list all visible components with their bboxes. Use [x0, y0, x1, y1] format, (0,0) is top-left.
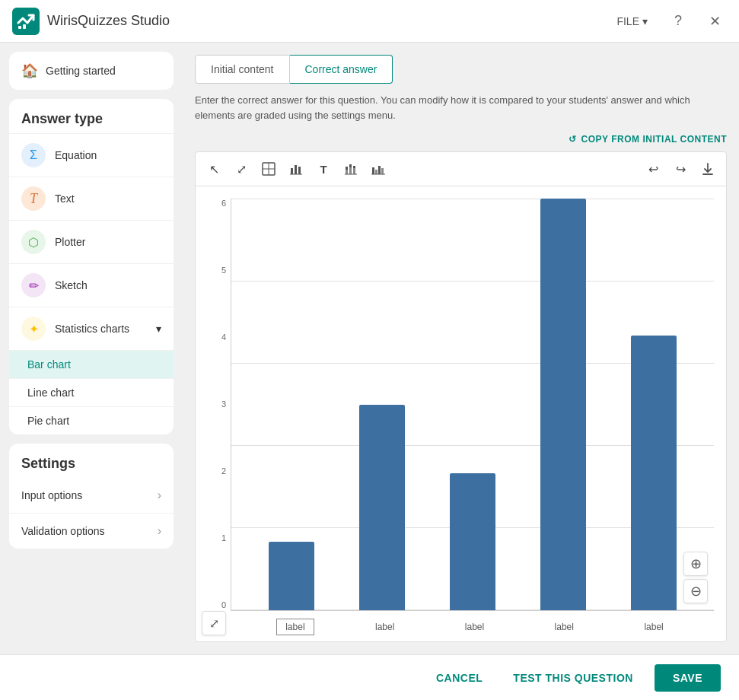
x-label-4: label	[534, 619, 594, 635]
zoom-in-button[interactable]: ⊕	[683, 552, 708, 576]
svg-rect-2	[23, 24, 26, 29]
chevron-right-icon: ›	[158, 524, 161, 538]
y-label-5: 5	[221, 266, 226, 275]
settings-section: Settings Input options › Validation opti…	[9, 444, 174, 549]
help-button[interactable]: ?	[666, 9, 690, 33]
sidebar-item-statistics[interactable]: ✦ Statistics charts ▾	[9, 307, 174, 350]
y-label-3: 3	[221, 399, 226, 409]
zoom-controls: ⊕ ⊖	[683, 552, 708, 603]
getting-started-button[interactable]: 🏠 Getting started	[9, 52, 174, 90]
statistics-label: Statistics charts	[55, 323, 129, 335]
stacked-bar-icon	[344, 162, 358, 176]
chevron-right-icon: ›	[158, 488, 161, 502]
sidebar-item-equation[interactable]: Σ Equation	[9, 133, 174, 177]
editor-container: ↖ ⤢ T	[195, 151, 727, 642]
select-tool-button[interactable]: ↖	[202, 157, 226, 181]
close-button[interactable]: ✕	[702, 9, 727, 33]
editor-toolbar: ↖ ⤢ T	[196, 152, 726, 186]
plotter-icon: ⬡	[21, 230, 46, 254]
tab-initial-content[interactable]: Initial content	[195, 55, 290, 84]
text-icon: T	[21, 186, 46, 211]
app-header: WirisQuizzes Studio FILE ▾ ? ✕	[0, 0, 739, 43]
test-question-button[interactable]: TEST THIS QUESTION	[504, 666, 642, 690]
fullscreen-icon: ⤢	[209, 616, 219, 631]
sketch-icon: ✏	[21, 273, 46, 298]
y-label-1: 1	[221, 533, 226, 542]
grouped-bar-button[interactable]	[366, 157, 390, 181]
svg-rect-11	[346, 167, 348, 170]
file-menu-button[interactable]: FILE ▾	[610, 12, 654, 30]
download-button[interactable]	[696, 157, 720, 181]
svg-rect-20	[381, 168, 384, 174]
app-logo-icon	[12, 8, 40, 35]
chart-inner: 6 5 4 3 2 1 0	[208, 199, 714, 611]
stacked-bar-button[interactable]	[339, 157, 363, 181]
y-label-2: 2	[221, 466, 226, 476]
text-tool-button[interactable]: T	[311, 157, 336, 181]
svg-rect-6	[291, 168, 293, 174]
svg-rect-14	[353, 168, 355, 174]
equation-label: Equation	[55, 149, 97, 161]
copy-icon: ↺	[569, 134, 577, 145]
bottom-bar: CANCEL TEST THIS QUESTION SAVE	[0, 654, 739, 700]
x-label-5: label	[623, 619, 684, 635]
plotter-label: Plotter	[55, 236, 85, 248]
chevron-down-icon: ▾	[156, 323, 161, 335]
chart-area: 6 5 4 3 2 1 0	[208, 199, 714, 641]
y-label-0: 0	[221, 600, 226, 609]
tab-correct-answer[interactable]: Correct answer	[290, 55, 393, 84]
zoom-out-icon: ⊖	[690, 583, 702, 600]
sidebar-item-pie-chart[interactable]: Pie chart	[9, 406, 174, 434]
svg-rect-10	[346, 170, 348, 174]
y-label-4: 4	[221, 332, 226, 342]
sketch-label: Sketch	[55, 279, 88, 291]
statistics-item-left: ✦ Statistics charts	[21, 317, 129, 341]
text-label: Text	[55, 192, 75, 205]
bar-chart-icon	[289, 162, 303, 176]
bar-1	[269, 542, 314, 610]
sidebar-item-sketch[interactable]: ✏ Sketch	[9, 263, 174, 307]
x-label-text-2: label	[375, 622, 394, 632]
bars-container	[231, 199, 714, 610]
svg-rect-13	[349, 164, 352, 167]
zoom-out-button[interactable]: ⊖	[683, 579, 708, 603]
undo-button[interactable]: ↩	[641, 157, 665, 181]
validation-options-label: Validation options	[21, 525, 104, 537]
app-title: WirisQuizzes Studio	[47, 13, 170, 29]
svg-rect-12	[349, 167, 352, 174]
copy-from-initial-button[interactable]: ↺ COPY FROM INITIAL CONTENT	[569, 134, 727, 145]
svg-rect-19	[378, 166, 381, 174]
answer-type-section: Answer type Σ Equation T Text ⬡ Plotter …	[9, 99, 174, 434]
text-icon: T	[320, 163, 326, 176]
bar-4	[540, 199, 586, 610]
sidebar-item-line-chart[interactable]: Line chart	[9, 378, 174, 406]
getting-started-section: 🏠 Getting started	[9, 52, 174, 90]
zoom-in-icon: ⊕	[690, 555, 702, 572]
home-icon: 🏠	[21, 62, 38, 79]
sidebar-item-plotter[interactable]: ⬡ Plotter	[9, 220, 174, 263]
toolbar-right: ↩ ↪	[641, 157, 720, 181]
redo-button[interactable]: ↪	[668, 157, 693, 181]
svg-rect-8	[298, 167, 301, 174]
bar-chart-button[interactable]	[284, 157, 308, 181]
chart-body	[231, 199, 714, 611]
cancel-button[interactable]: CANCEL	[427, 666, 492, 690]
chevron-down-icon: ▾	[642, 15, 648, 27]
x-labels: label label label label	[235, 619, 714, 635]
validation-options-item[interactable]: Validation options ›	[9, 513, 174, 549]
sidebar-item-text[interactable]: T Text	[9, 177, 174, 220]
sidebar: 🏠 Getting started Answer type Σ Equation…	[0, 43, 183, 654]
logo-area: WirisQuizzes Studio	[12, 8, 610, 35]
description-text: Enter the correct answer for this questi…	[195, 93, 727, 123]
resize-button[interactable]: ⤢	[229, 157, 253, 181]
tabs-bar: Initial content Correct answer	[195, 55, 727, 84]
input-options-item[interactable]: Input options ›	[9, 478, 174, 513]
close-icon: ✕	[709, 13, 721, 30]
header-right: FILE ▾ ? ✕	[610, 9, 727, 33]
table-button[interactable]	[256, 157, 281, 181]
input-options-label: Input options	[21, 489, 82, 501]
sidebar-item-bar-chart[interactable]: Bar chart	[9, 350, 174, 378]
file-label: FILE	[616, 15, 639, 27]
save-button[interactable]: SAVE	[655, 664, 721, 692]
fullscreen-button[interactable]: ⤢	[202, 611, 226, 635]
